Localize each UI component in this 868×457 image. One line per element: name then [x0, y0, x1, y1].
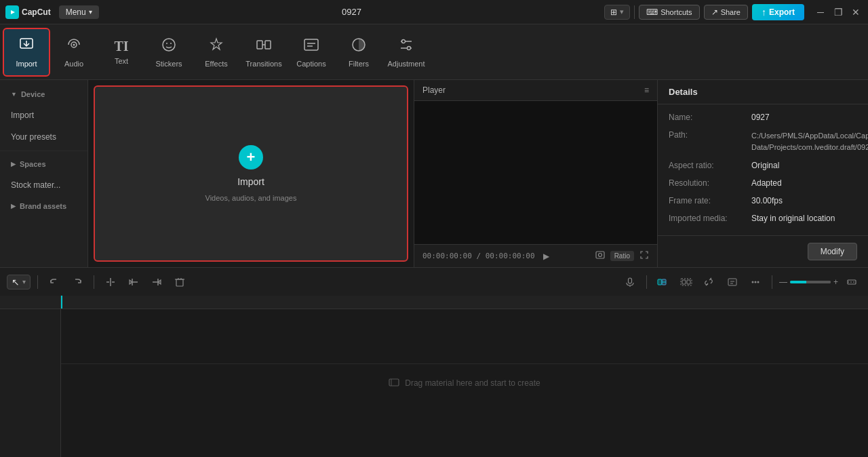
- sidebar-section-spaces[interactable]: ▶ Spaces: [3, 155, 85, 174]
- import-subtitle: Videos, audios, and images: [205, 194, 297, 202]
- sidebar-section-device[interactable]: ▼ Device: [3, 85, 85, 104]
- import-plus-button[interactable]: +: [239, 145, 263, 170]
- timeline-toolbar: ↖ ▾: [0, 267, 868, 296]
- toolbar-captions[interactable]: Captions: [288, 28, 335, 77]
- import-panel[interactable]: + Import Videos, audios, and images: [94, 85, 408, 262]
- play-button[interactable]: ▶: [543, 252, 549, 261]
- path-label: Path:: [669, 130, 743, 153]
- name-value: 0927: [751, 113, 857, 122]
- logo: CapCut: [5, 5, 51, 19]
- toolbar-transitions[interactable]: Transitions: [240, 28, 288, 77]
- undo-button[interactable]: [45, 273, 64, 292]
- cursor-tool-btn[interactable]: ↖ ▾: [7, 275, 31, 290]
- sidebar-item-your-presets[interactable]: Your presets: [3, 127, 85, 147]
- import-center: + Import Videos, audios, and images: [205, 145, 297, 202]
- player-controls: 00:00:00:00 / 00:00:00:00 ▶ Ratio: [414, 244, 657, 267]
- svg-rect-41: [687, 280, 690, 284]
- toolbar-import[interactable]: Import: [3, 28, 50, 77]
- frame-rate-label: Frame rate:: [669, 196, 743, 205]
- timeline-empty-message: Drag material here and start to create: [389, 377, 540, 390]
- close-button[interactable]: ✕: [849, 5, 863, 19]
- logo-text: CapCut: [22, 7, 51, 17]
- resolution-label: Resolution:: [669, 178, 743, 188]
- split-button[interactable]: [101, 273, 120, 292]
- svg-rect-21: [596, 252, 604, 258]
- name-label: Name:: [669, 113, 743, 122]
- more-options-button[interactable]: [746, 273, 765, 292]
- menu-button[interactable]: Menu ▾: [59, 5, 99, 19]
- svg-point-47: [754, 281, 756, 283]
- caption-align-button[interactable]: [723, 273, 742, 292]
- imported-media-label: Imported media:: [669, 214, 743, 223]
- player-menu-icon[interactable]: ≡: [644, 85, 649, 95]
- export-button[interactable]: ↑ Export: [752, 4, 804, 20]
- toolbar-text[interactable]: TI Text: [98, 28, 145, 77]
- middle-row: ▼ Device Import Your presets ▶ Spaces St…: [0, 80, 868, 267]
- toolbar-effects[interactable]: Effects: [193, 28, 240, 77]
- view-mode-btn[interactable]: ⊞ ▾: [604, 5, 630, 20]
- details-content: Name: 0927 Path: C:/Users/PMLS/AppData/L…: [658, 104, 868, 235]
- fit-timeline-button[interactable]: [842, 273, 861, 292]
- trim-right-button[interactable]: [147, 273, 166, 292]
- spaces-chevron-icon: ▶: [11, 161, 16, 167]
- toolbar-filters[interactable]: Filters: [335, 28, 382, 77]
- svg-point-5: [73, 43, 75, 45]
- tl-separator-4: [772, 275, 772, 289]
- tl-separator-1: [37, 275, 38, 289]
- toolbar-stickers[interactable]: Stickers: [145, 28, 193, 77]
- zoom-out-icon[interactable]: —: [779, 277, 787, 287]
- timeline-playhead[interactable]: [61, 296, 62, 309]
- share-button[interactable]: ↗ Share: [704, 5, 748, 20]
- player-header: Player ≡: [414, 80, 657, 101]
- fullscreen-button[interactable]: [639, 250, 649, 262]
- transitions-label: Transitions: [245, 60, 281, 68]
- trim-left-button[interactable]: [124, 273, 143, 292]
- zoom-in-icon[interactable]: +: [833, 277, 838, 287]
- project-title: 0927: [104, 7, 599, 17]
- group-button[interactable]: [677, 273, 696, 292]
- shortcuts-button[interactable]: ⌨ Shortcuts: [639, 5, 699, 20]
- mic-button[interactable]: [620, 273, 639, 292]
- modify-button[interactable]: Modify: [808, 243, 857, 260]
- cursor-icon: ↖: [12, 277, 20, 287]
- text-label: Text: [115, 57, 128, 65]
- import-label: Import: [16, 60, 37, 68]
- tl-separator-3: [646, 275, 647, 289]
- screenshot-button[interactable]: [595, 250, 605, 262]
- timeline-ruler-bar: [61, 296, 868, 309]
- timeline-track-labels: [0, 296, 61, 457]
- zoom-slider[interactable]: [790, 281, 831, 283]
- minimize-button[interactable]: ─: [814, 5, 827, 19]
- delete-clip-button[interactable]: [170, 273, 189, 292]
- window-controls: ─ ❐ ✕: [814, 5, 863, 19]
- import-title: Import: [237, 176, 264, 187]
- toolbar-adjustment[interactable]: Adjustment: [382, 28, 430, 77]
- aspect-ratio-value: Original: [751, 161, 857, 170]
- ratio-button[interactable]: Ratio: [610, 251, 634, 261]
- text-icon: TI: [114, 39, 128, 54]
- link-audio-button[interactable]: [654, 273, 673, 292]
- sidebar-item-stock-material[interactable]: Stock mater...: [3, 175, 85, 195]
- svg-point-46: [751, 281, 753, 283]
- effects-icon: [208, 37, 224, 57]
- left-sidebar: ▼ Device Import Your presets ▶ Spaces St…: [0, 80, 88, 267]
- svg-rect-43: [728, 279, 736, 285]
- main-toolbar: Import Audio TI Text: [0, 24, 868, 80]
- svg-point-8: [170, 43, 172, 44]
- toolbar-audio[interactable]: Audio: [50, 28, 98, 77]
- sidebar-item-import[interactable]: Import: [3, 105, 85, 125]
- svg-rect-40: [682, 280, 686, 284]
- svg-point-18: [402, 39, 406, 43]
- details-title: Details: [658, 80, 868, 104]
- unlink-button[interactable]: [700, 273, 719, 292]
- zoom-control: — +: [779, 277, 838, 287]
- timeline-ruler: Drag material here and start to create: [61, 296, 868, 457]
- stickers-icon: [161, 37, 177, 57]
- aspect-ratio-label: Aspect ratio:: [669, 161, 743, 170]
- svg-rect-34: [628, 278, 631, 283]
- svg-rect-36: [658, 279, 662, 285]
- restore-button[interactable]: ❐: [831, 5, 845, 19]
- redo-button[interactable]: [68, 273, 87, 292]
- filters-icon: [351, 37, 367, 57]
- sidebar-section-brand-assets[interactable]: ▶ Brand assets: [3, 197, 85, 216]
